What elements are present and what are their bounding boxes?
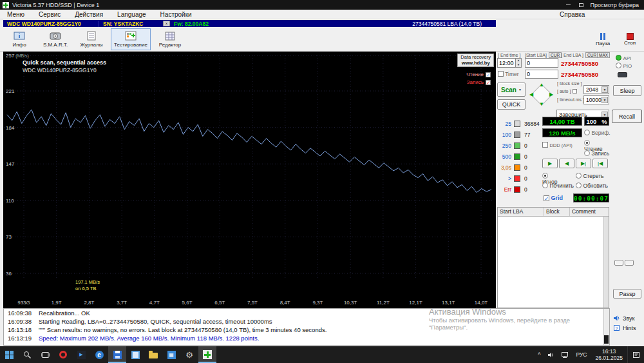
stop-button[interactable]: Стоп [617,28,643,50]
device-model[interactable]: WDC WD140PURZ-85GG1Y0 [3,21,99,27]
start-lba-input[interactable] [525,58,558,68]
scan-button[interactable]: Scan ▼ [497,83,526,97]
taskbar-app-opera[interactable] [54,346,72,363]
diamond-down-icon[interactable]: ▼ [539,101,544,107]
testing-button[interactable]: Тестирование [111,28,151,50]
small-button-2[interactable] [625,260,634,266]
taskbar-app-browser[interactable]: e [90,346,108,363]
legend-write-checkbox[interactable]: ✓ [486,80,491,85]
timer-input[interactable] [525,70,558,79]
remap-erase-radio[interactable]: Стереть [576,173,604,179]
spinner-arrows-icon[interactable]: ▲▼ [516,58,522,68]
latency-bucket[interactable]: >0 [497,173,542,184]
action-center-button[interactable] [627,346,644,363]
diamond-right-icon[interactable]: ▶ [549,92,553,97]
taskbar-app-settings[interactable]: ⚙ [180,346,198,363]
clock[interactable]: 16:13 26.01.2025 [591,348,627,361]
task-view-button[interactable] [36,346,54,363]
start-button[interactable] [0,346,18,363]
bucket-threshold: 25 [497,121,511,127]
close-device-icon[interactable]: × [163,21,170,26]
play-button[interactable]: ▶ [542,159,558,168]
minimize-button[interactable] [565,2,573,8]
info-button[interactable]: i Инфо [3,28,36,50]
volume-button[interactable] [544,351,558,358]
sleep-button[interactable]: Sleep [613,85,641,96]
hints-toggle[interactable]: ? Hints [613,323,636,333]
led-indicator[interactable] [618,72,627,77]
api-radio[interactable]: API [616,55,631,61]
remap-repair-radio[interactable]: Починить [542,182,574,189]
navigation-diamond[interactable]: ▲ ▼ ◀ ▶ [528,81,555,108]
restart-button[interactable]: |◀ [592,159,608,168]
timeout-select[interactable]: 10000 ▼ [583,95,609,104]
taskbar-app-explorer[interactable] [144,346,162,363]
taskbar-app-window[interactable] [126,346,144,363]
end-time-spinner[interactable]: ▲▼ [497,58,522,68]
hddby-watermark: Data recovery www.hdd.by [457,54,494,67]
timer-checkbox-box [498,71,504,77]
x-tick-label: 3,7T [109,300,135,306]
block-size-select[interactable]: 2048 ▼ [583,85,609,94]
taskbar-app-blue[interactable]: ▦ [162,346,180,363]
taskbar-app-media-player[interactable]: ▶ [72,346,90,363]
end-lba-value[interactable]: 27344750580 [561,60,598,67]
menu-item-2[interactable]: Действия [68,10,110,19]
buffer-view-button[interactable]: Просмотр буфера [591,2,639,8]
tray-expand-icon[interactable]: ^ [534,351,544,358]
small-button-1[interactable] [614,260,623,266]
menu-item-1[interactable]: Сервис [32,10,68,19]
quick-button[interactable]: QUICK [497,99,526,110]
grid-checkbox[interactable]: ✓ Grid [544,195,563,201]
timer-checkbox[interactable]: Timer [498,71,519,77]
menu-item-0[interactable]: Меню [0,10,32,19]
title-bar[interactable]: Victoria 5.37 HDD/SSD | Device 1 Просмот… [0,0,644,10]
forward-button[interactable]: ▶| [576,159,591,168]
taskbar-app-victoria[interactable] [198,346,216,363]
passp-button[interactable]: Passp [613,289,641,299]
sound-toggle[interactable]: Звук [613,313,636,323]
latency-bucket[interactable]: 2536884 [497,118,542,129]
pause-button[interactable]: Пауза [590,28,616,50]
floppy-icon [113,351,122,359]
stop-icon [627,33,634,40]
latency-bucket[interactable]: Err0 [497,184,542,195]
speed-graph[interactable]: 257 (MB/s)2211841471107336 933G1,9T2,8T3… [3,52,496,308]
windows-taskbar: ▶ e ▦ ⚙ ^ РУС 16:13 26.01.2025 [0,346,644,363]
logs-button[interactable]: Журналы [75,28,108,50]
end-time-input[interactable] [497,58,516,68]
log-scroll-thumb[interactable] [604,335,609,344]
diamond-left-icon[interactable]: ◀ [529,92,533,97]
editor-button[interactable]: Редактор [153,28,187,50]
write-radio[interactable]: Запись [584,150,609,157]
latency-bucket[interactable]: 2500 [497,140,542,151]
latency-bucket[interactable]: 5000 [497,151,542,162]
menu-item-3[interactable]: Language [110,10,153,19]
rewind-button[interactable]: ◀ [559,159,574,168]
menu-item-help[interactable]: Справка [553,10,592,19]
taskbar-app-save-tool[interactable] [108,346,126,363]
start-lba-cur-button[interactable]: CUR [549,52,562,58]
language-indicator[interactable]: РУС [572,351,591,358]
latency-bucket[interactable]: 3,0s0 [497,162,542,173]
end-lba-max-button[interactable]: MAX [597,52,610,58]
table-scrollbar[interactable] [603,217,609,308]
menu-item-4[interactable]: Настройки [153,10,199,19]
auto-checkbox[interactable]: [ auto ] [557,88,577,94]
smart-button[interactable]: S.M.A.R.T. [39,28,72,50]
search-button[interactable] [18,346,36,363]
bucket-color-swatch [514,142,520,149]
defects-table[interactable]: Start LBA Block Comment [497,207,609,308]
recall-button[interactable]: Recall [612,110,642,123]
log-panel[interactable]: 16:09:38Recalibration... OK16:09:38Start… [3,308,610,346]
pio-radio[interactable]: PIO [616,63,632,69]
latency-bucket[interactable]: 10077 [497,129,542,140]
remap-refresh-radio[interactable]: Обновить [576,182,608,189]
network-button[interactable] [558,351,572,358]
ddd-checkbox[interactable]: DDD (API) [542,142,573,148]
maximize-button[interactable] [578,2,585,8]
verify-radio[interactable]: Вериф. [584,130,611,136]
legend-read-checkbox[interactable]: ✓ [486,72,491,77]
diamond-up-icon[interactable]: ▲ [539,82,544,88]
log-scrollbar[interactable] [603,309,609,345]
